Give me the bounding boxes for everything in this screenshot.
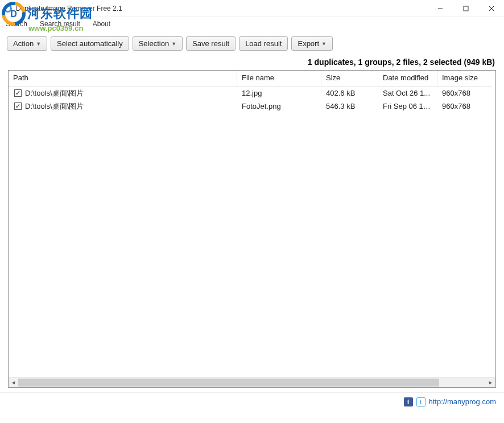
action-button-label: Action [13,39,34,48]
cell-path: D:\tools\桌面\图片 [25,101,84,112]
column-header-size[interactable]: Size [321,71,378,87]
action-button[interactable]: Action ▼ [7,36,47,51]
footer: f t http://manyprog.com [0,392,504,410]
horizontal-scrollbar[interactable]: ◄ ► [9,377,495,387]
cell-date: Fri Sep 06 13... [378,101,437,112]
selection-label: Selection [139,39,169,48]
close-button[interactable] [478,0,504,17]
cell-imgsize: 960x768 [437,88,492,98]
row-checkbox[interactable] [14,102,22,110]
scroll-track[interactable] [18,378,486,387]
chevron-down-icon: ▼ [321,41,327,47]
cell-path: D:\tools\桌面\图片 [25,88,84,98]
window-title: Duplicate Image Remover Free 2.1 [16,5,122,13]
svg-point-2 [6,6,10,11]
column-header-path[interactable]: Path [9,71,237,87]
menu-about[interactable]: About [90,19,113,29]
scroll-left-button[interactable]: ◄ [9,378,18,387]
table-header: Path File name Size Date modified Image … [9,71,495,87]
status-summary: 1 duplicates, 1 groups, 2 files, 2 selec… [0,55,504,70]
maximize-button[interactable] [453,0,478,17]
table-row[interactable]: D:\tools\桌面\图片 12.jpg 402.6 kB Sat Oct 2… [9,87,495,100]
cell-filename: FotoJet.png [237,101,321,112]
menu-search[interactable]: Search [3,19,30,29]
footer-link[interactable]: http://manyprog.com [429,397,497,406]
window-controls [427,0,504,17]
cell-imgsize: 960x768 [437,101,492,112]
toolbar: Action ▼ Select automatically Selection … [0,31,504,55]
scroll-thumb[interactable] [18,379,439,387]
column-header-imgsize[interactable]: Image size [437,71,492,87]
twitter-icon[interactable]: t [416,397,425,406]
app-icon [3,4,13,13]
chevron-down-icon: ▼ [36,41,41,47]
export-button[interactable]: Export ▼ [291,36,333,51]
save-result-button[interactable]: Save result [186,36,236,51]
table-row[interactable]: D:\tools\桌面\图片 FotoJet.png 546.3 kB Fri … [9,100,495,113]
results-table: Path File name Size Date modified Image … [8,70,496,388]
cell-filename: 12.jpg [237,88,321,98]
row-checkbox[interactable] [14,89,22,97]
save-result-label: Save result [192,39,229,48]
cell-size: 546.3 kB [321,101,378,112]
table-body: D:\tools\桌面\图片 12.jpg 402.6 kB Sat Oct 2… [9,87,495,377]
cell-size: 402.6 kB [321,88,378,98]
menubar: Search Search result About [0,17,504,31]
column-header-filename[interactable]: File name [237,71,321,87]
selection-button[interactable]: Selection ▼ [133,36,183,51]
load-result-label: Load result [245,39,282,48]
select-automatically-button[interactable]: Select automatically [51,36,129,51]
select-auto-label: Select automatically [57,39,123,48]
chevron-down-icon: ▼ [171,41,176,47]
minimize-button[interactable] [427,0,453,17]
menu-search-result[interactable]: Search result [38,19,82,29]
svg-rect-4 [464,6,468,11]
load-result-button[interactable]: Load result [239,36,288,51]
export-label: Export [298,39,319,48]
cell-date: Sat Oct 26 1... [378,88,437,98]
scroll-right-button[interactable]: ► [486,378,495,387]
facebook-icon[interactable]: f [404,397,413,406]
column-header-date[interactable]: Date modified [378,71,437,87]
titlebar: Duplicate Image Remover Free 2.1 [0,0,504,17]
